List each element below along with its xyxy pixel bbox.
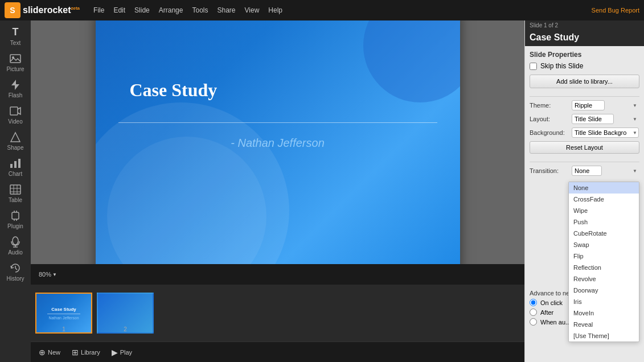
transition-option-reveal[interactable]: Reveal [569,319,639,330]
picture-icon [9,52,22,65]
logo-icon: S [5,2,20,18]
menu-share[interactable]: Share [212,0,240,20]
slide[interactable]: Case Study - Nathan Jefferson [96,20,460,264]
zoom-bar: 80% ▼ [31,264,524,285]
menu-slide[interactable]: Slide [130,0,154,20]
slide-title[interactable]: Case Study [130,80,218,101]
svg-line-22 [15,268,17,270]
history-icon [9,262,22,274]
tool-text-label: Text [10,40,20,46]
thumbnails-panel: Case Study Nathan Jefferson 1 2 [31,285,524,342]
footer-actions: ⊕ New ⊞ Library ▶ Play [31,342,524,362]
advance-after-radio[interactable] [530,308,537,316]
transition-option-revolve[interactable]: Revolve [569,273,639,285]
reset-layout-button[interactable]: Reset Layout [530,141,639,154]
skip-slide-checkbox[interactable] [530,63,537,70]
transition-select-wrapper: None [572,166,639,176]
plugin-icon [9,209,22,222]
tool-history-label: History [6,275,24,282]
left-toolbar: T Text Picture Flash Video Shape [0,20,31,362]
panel-slide-title: Case Study [525,30,644,46]
tool-audio[interactable]: Audio [1,233,30,258]
zoom-dropdown-icon: ▼ [52,272,57,277]
audio-icon [9,236,22,248]
theme-row: Theme: Ripple [530,100,639,110]
play-label: Play [120,349,132,356]
theme-select[interactable]: Ripple [572,100,605,110]
thumb-1-divider [47,314,80,314]
logo-zeta: zeta [71,6,80,11]
transition-dropdown: None CrossFade Wipe Push CubeRotate Swap… [568,182,639,342]
transition-option-flip[interactable]: Flip [569,250,639,262]
slide-divider [118,122,437,123]
play-button[interactable]: ▶ Play [108,347,136,358]
library-button[interactable]: ⊞ Library [68,347,104,358]
menu-edit[interactable]: Edit [109,0,130,20]
tool-chart-label: Chart [9,171,22,177]
zoom-value: 80% [39,271,51,278]
menu-view[interactable]: View [240,0,264,20]
slide-decoration-3 [363,20,460,102]
transition-option-crossfade[interactable]: CrossFade [569,194,639,205]
tool-flash[interactable]: Flash [1,76,30,101]
advance-whenaudio-radio[interactable] [530,318,537,326]
bug-report-link[interactable]: Send Bug Report [592,7,639,14]
thumb-1-title: Case Study [51,307,76,312]
menu-arrange[interactable]: Arrange [154,0,188,20]
transition-option-wipe[interactable]: Wipe [569,205,639,216]
transition-option-movein[interactable]: MoveIn [569,307,639,319]
advance-after-label: After [540,309,553,316]
transition-option-doorway[interactable]: Doorway [569,285,639,296]
menu-help[interactable]: Help [264,0,287,20]
canvas-area: Case Study - Nathan Jefferson 80% ▼ Case… [31,20,524,362]
divider-1 [530,96,639,97]
text-icon: T [9,26,22,39]
svg-rect-5 [10,164,13,168]
thumb-1-subtitle: Nathan Jefferson [48,316,79,320]
add-library-button[interactable]: Add slide to library... [530,75,639,88]
thumb-container-2: 2 [97,293,154,334]
transition-option-iris[interactable]: Iris [569,296,639,307]
menu-file[interactable]: File [89,0,109,20]
tool-picture[interactable]: Picture [1,50,30,75]
tool-table[interactable]: Table [1,180,30,205]
menu-tools[interactable]: Tools [187,0,212,20]
transition-option-usetheme[interactable]: [Use Theme] [569,330,639,342]
transition-option-cuberotate[interactable]: CubeRotate [569,228,639,239]
tool-text[interactable]: T Text [1,23,30,48]
background-select[interactable]: Title Slide Backgro [572,127,639,138]
slide-counter: Slide 1 of 2 [525,20,644,30]
tool-history[interactable]: History [1,259,30,284]
chart-icon [9,157,22,170]
slide-subtitle[interactable]: - Nathan Jefferson [96,137,460,150]
transition-option-swap[interactable]: Swap [569,239,639,250]
right-panel: Slide 1 of 2 Case Study Slide Properties… [524,20,644,362]
tool-chart[interactable]: Chart [1,154,30,179]
skip-slide-label: Skip this Slide [540,62,583,70]
thumb-2-number: 2 [124,326,127,332]
svg-rect-3 [10,107,18,115]
advance-onclick-radio[interactable] [530,299,537,306]
advance-whenaudio-label: When au... [540,319,571,326]
tool-shape[interactable]: Shape [1,128,30,153]
svg-rect-6 [14,161,17,168]
tool-plugin[interactable]: Plugin [1,207,30,232]
transition-select[interactable]: None [572,166,602,176]
svg-rect-8 [10,185,20,194]
layout-select-wrapper: Title Slide [572,114,639,124]
new-button[interactable]: ⊕ New [35,347,64,358]
zoom-control[interactable]: 80% ▼ [35,270,60,279]
skip-slide-row: Skip this Slide [530,62,639,70]
transition-option-reflection[interactable]: Reflection [569,262,639,273]
background-row: Background: Title Slide Backgro [530,127,639,138]
tool-video-label: Video [8,118,22,125]
transition-option-none[interactable]: None [569,182,639,194]
slide-canvas: Case Study - Nathan Jefferson [31,20,524,264]
tool-video[interactable]: Video [1,102,30,127]
transition-option-push[interactable]: Push [569,216,639,228]
properties-label: Slide Properties [530,51,639,59]
theme-select-wrapper: Ripple [572,100,639,110]
divider-2 [530,162,639,162]
layout-select[interactable]: Title Slide [572,114,614,124]
tool-shape-label: Shape [7,145,24,151]
